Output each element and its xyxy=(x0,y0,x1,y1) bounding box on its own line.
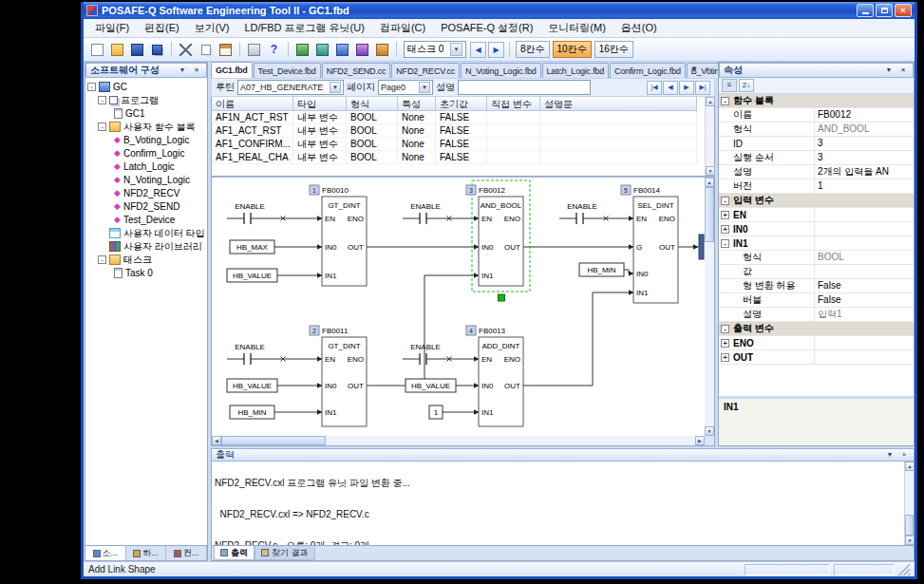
scroll-up-icon[interactable]: ▲ xyxy=(705,178,714,187)
tree-item-b-voting-logic[interactable]: ◆B_Voting_Logic xyxy=(85,133,207,146)
tab-output[interactable]: 출력 xyxy=(214,546,255,560)
first-page-button[interactable]: |◀ xyxy=(647,81,662,95)
scroll-down-icon[interactable]: ▼ xyxy=(905,536,915,545)
expand-icon[interactable]: + xyxy=(721,225,729,234)
panel-close-icon[interactable]: × xyxy=(897,65,909,76)
prop-row[interactable]: 버전1 xyxy=(719,179,914,194)
prop-row[interactable]: 버블False xyxy=(719,293,914,308)
save-button[interactable] xyxy=(128,41,146,59)
menu-edit[interactable]: 편집(E) xyxy=(137,19,187,37)
operand-hb-max[interactable]: HB_MAX xyxy=(236,243,269,252)
prev-button[interactable]: ◀ xyxy=(470,42,486,58)
tab-scroll-icon[interactable]: ▼ xyxy=(688,64,700,75)
col-type[interactable]: 타입 xyxy=(293,97,347,111)
tab-close-icon[interactable]: × xyxy=(702,64,713,75)
resize-grip[interactable] xyxy=(898,564,910,575)
panel-menu-icon[interactable]: ▼ xyxy=(884,449,896,461)
panel-menu-icon[interactable]: ▼ xyxy=(177,65,188,76)
vscroll-thumb[interactable] xyxy=(705,187,714,242)
properties-header[interactable]: 속성 ▼ × xyxy=(719,63,914,78)
prop-row[interactable]: 설명입력1 xyxy=(719,308,914,322)
paste-button[interactable] xyxy=(217,41,235,59)
operand-hb-value[interactable]: HB_VALUE xyxy=(411,382,450,390)
table-row[interactable]: AF1_ACT_RST내부 변수BOOLNoneFALSE xyxy=(212,124,714,138)
function-block-fb0011[interactable]: 2 FB0011 GT_DINT ENENO IN0OUT IN1 xyxy=(310,326,367,426)
tree-item-nfd2-recv[interactable]: ◆NFD2_RECV xyxy=(85,186,207,199)
function-block-fb0010[interactable]: 1 FB0010 GT_DINT ENENO IN0OUT IN1 xyxy=(310,185,367,286)
print-button[interactable] xyxy=(245,41,263,59)
help-button[interactable]: ? xyxy=(265,41,283,59)
selection-handle[interactable] xyxy=(499,294,505,301)
function-block-fb0013[interactable]: 4 FB0013 ADD_DINT ENENO IN0OUT IN1 xyxy=(466,326,523,426)
tab-nfd2-send-cc[interactable]: NFD2_SEND.cc xyxy=(322,63,391,78)
table-row[interactable]: AF1_REAL_CHA내부 변수BOOLNoneFALSE xyxy=(212,151,714,164)
prop-row-en[interactable]: +EN xyxy=(719,208,914,222)
compile-button[interactable] xyxy=(293,41,311,59)
table-row[interactable]: AF1_CONFIRM...내부 변수BOOLNoneFALSE xyxy=(212,138,714,151)
tree-item-task0[interactable]: Task 0 xyxy=(85,266,207,279)
tree-item-user-data-type[interactable]: 사용자 데이터 타입 xyxy=(85,226,207,239)
col-direct[interactable]: 직접 변수 xyxy=(487,97,540,111)
sort-alpha-icon[interactable]: 2↓ xyxy=(739,79,754,92)
canvas-vscrollbar[interactable]: ▲ ▼ xyxy=(705,178,714,436)
maximize-button[interactable] xyxy=(876,4,893,17)
grid8-button[interactable]: 8칸수 xyxy=(516,41,550,58)
tree-item-user-library[interactable]: 사용자 라이브러리 xyxy=(85,239,207,253)
col-attr[interactable]: 특성 xyxy=(398,97,436,111)
operand-hb-min[interactable]: HB_MIN xyxy=(237,408,266,417)
prop-row[interactable]: 형식AND_BOOL xyxy=(719,122,914,137)
tab-latch-logic[interactable]: Latch_Logic.fbd xyxy=(542,63,610,78)
build-all-button[interactable] xyxy=(313,41,331,59)
menu-view[interactable]: 보기(V) xyxy=(187,19,237,37)
prop-row-out[interactable]: +OUT xyxy=(719,350,914,365)
collapse-icon[interactable]: - xyxy=(721,197,729,205)
prop-row-in0[interactable]: +IN0 xyxy=(719,222,914,236)
enable-label[interactable]: ENABLE xyxy=(235,202,265,211)
scroll-right-icon[interactable]: ▶ xyxy=(695,436,705,445)
tree-item-latch-logic[interactable]: ◆Latch_Logic xyxy=(85,160,207,173)
prop-row[interactable]: 설명2개의 입력을 AN xyxy=(719,165,914,179)
prop-row[interactable]: 실행 순서3 xyxy=(719,151,914,165)
tree-item-user-fb-folder[interactable]: -사용자 함수 블록 xyxy=(85,120,207,133)
hscroll-thumb[interactable] xyxy=(221,436,326,445)
menu-monitoring[interactable]: 모니터링(M) xyxy=(540,19,613,37)
tab-gc1[interactable]: GC1.fbd xyxy=(211,62,253,78)
title-bar[interactable]: POSAFE-Q Software Engineering Tool II - … xyxy=(84,2,915,19)
tree-item-program-folder[interactable]: -프로그램 xyxy=(85,93,207,106)
chevron-down-icon[interactable]: ▼ xyxy=(330,82,341,93)
operand-hb-value[interactable]: HB_VALUE xyxy=(233,272,272,280)
prop-section[interactable]: -함수 블록 xyxy=(719,94,914,108)
panel-menu-icon[interactable]: ▼ xyxy=(883,65,895,76)
connection-lines[interactable] xyxy=(227,218,698,412)
collapse-icon[interactable]: - xyxy=(98,122,106,131)
tab-n-voting-logic[interactable]: N_Voting_Logic.fbd xyxy=(461,63,540,78)
tab-control-network[interactable]: 컨... xyxy=(166,546,207,560)
open-button[interactable] xyxy=(108,41,126,59)
col-desc[interactable]: 설명문 xyxy=(540,97,697,111)
prop-row-eno[interactable]: +ENO xyxy=(719,336,914,350)
function-block-fb0014[interactable]: 5 FB0014 SEL_DINT ENENO GOUT IN0 IN1 xyxy=(621,185,678,303)
operand-boxes[interactable] xyxy=(227,240,624,419)
prev-page-button[interactable]: ◀ xyxy=(663,81,678,95)
collapse-icon[interactable]: - xyxy=(721,97,729,105)
tab-software-config[interactable]: 소... xyxy=(85,546,126,560)
last-page-button[interactable]: ▶| xyxy=(695,81,710,95)
table-row[interactable]: AF1N_ACT_RST내부 변수BOOLNoneFALSE xyxy=(212,111,714,124)
collapse-icon[interactable]: - xyxy=(721,325,729,333)
fbd-editor-canvas[interactable]: ENABLE ENABLE ENABLE ENABLE ENABLE xyxy=(211,177,715,446)
prop-row[interactable]: 이름FB0012 xyxy=(719,108,914,122)
tree-item-n-voting-logic[interactable]: ◆N_Voting_Logic xyxy=(85,173,207,186)
prop-row[interactable]: 값 xyxy=(719,265,914,279)
fbd-drawing[interactable]: ENABLE ENABLE ENABLE ENABLE ENABLE xyxy=(212,178,707,438)
next-page-button[interactable]: ▶ xyxy=(679,81,694,95)
next-button[interactable]: ▶ xyxy=(488,42,504,58)
tab-find-results[interactable]: 찾기 결과 xyxy=(255,546,315,560)
routine-combo[interactable]: A07_HB_GENERATE▼ xyxy=(237,80,344,95)
function-block-fb0012[interactable]: 3 FB0012 AND_BOOL ENENO IN0OUT IN1 xyxy=(466,185,523,286)
menu-compile[interactable]: 컴파일(C) xyxy=(372,19,433,37)
output-log[interactable]: NFD2_RECV.cxl 프로그램 유닛 파일 변환 중... NFD2_RE… xyxy=(211,462,915,546)
expand-icon[interactable]: + xyxy=(721,339,729,348)
vscroll-thumb[interactable] xyxy=(905,515,914,536)
prop-row[interactable]: 형 변환 허용False xyxy=(719,279,914,293)
scroll-up-icon[interactable]: ▲ xyxy=(706,97,715,106)
